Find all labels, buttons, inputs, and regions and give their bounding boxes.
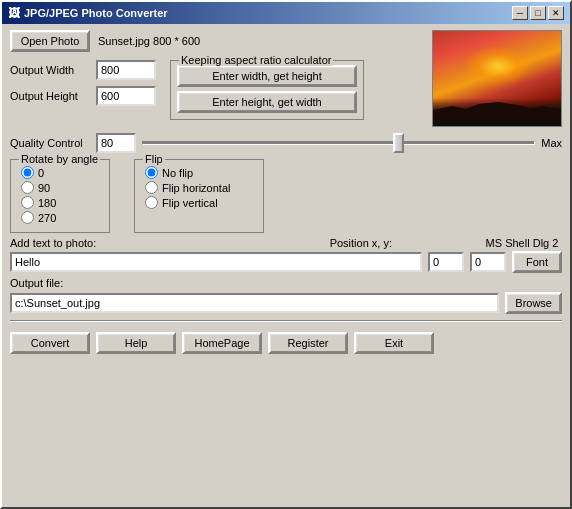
output-file-input[interactable] <box>10 293 499 313</box>
height-label: Output Height <box>10 90 90 102</box>
flip-horizontal-radio[interactable] <box>145 181 158 194</box>
quality-row: Quality Control Max <box>10 133 562 153</box>
convert-button[interactable]: Convert <box>10 332 90 354</box>
rotate-180-label: 180 <box>38 197 56 209</box>
app-title: JPG/JPEG Photo Converter <box>24 7 168 19</box>
close-button[interactable]: ✕ <box>548 6 564 20</box>
rotate-270-radio[interactable] <box>21 211 34 224</box>
aspect-group-title: Keeping aspect ratio calculator <box>179 54 333 66</box>
divider <box>10 320 562 322</box>
flip-group-title: Flip <box>143 153 165 165</box>
output-file-row: Browse <box>10 292 562 314</box>
position-label: Position x, y: <box>330 237 392 249</box>
sunset-image <box>433 31 562 127</box>
flip-horizontal-label: Flip horizontal <box>162 182 230 194</box>
aspect-ratio-group: Keeping aspect ratio calculator Enter wi… <box>170 60 364 120</box>
top-left: Open Photo Sunset.jpg 800 * 600 Output W… <box>10 30 424 120</box>
quality-input[interactable] <box>96 133 136 153</box>
height-row: Output Height <box>10 86 156 106</box>
flip-v-row: Flip vertical <box>145 196 253 209</box>
content-area: Open Photo Sunset.jpg 800 * 600 Output W… <box>2 24 570 507</box>
rotate-270-row: 270 <box>21 211 99 224</box>
titlebar-title: 🖼 JPG/JPEG Photo Converter <box>8 6 168 20</box>
flip-h-row: Flip horizontal <box>145 181 253 194</box>
pos-x-input[interactable] <box>428 252 464 272</box>
photo-preview <box>432 30 562 127</box>
add-text-label: Add text to photo: <box>10 237 96 249</box>
rotate-group: Rotate by angle 0 90 180 270 <box>10 159 110 233</box>
rotate-0-radio[interactable] <box>21 166 34 179</box>
rotate-0-label: 0 <box>38 167 44 179</box>
bottom-buttons-row: Convert Help HomePage Register Exit <box>10 332 562 354</box>
font-button[interactable]: Font <box>512 251 562 273</box>
quality-slider-track <box>142 141 535 145</box>
flip-group: Flip No flip Flip horizontal Flip vertic… <box>134 159 264 233</box>
enter-width-button[interactable]: Enter width, get height <box>177 65 357 87</box>
browse-button[interactable]: Browse <box>505 292 562 314</box>
open-row: Open Photo Sunset.jpg 800 * 600 <box>10 30 424 52</box>
quality-label: Quality Control <box>10 137 90 149</box>
flip-vertical-radio[interactable] <box>145 196 158 209</box>
rotate-90-row: 90 <box>21 181 99 194</box>
minimize-button[interactable]: ─ <box>512 6 528 20</box>
flip-none-label: No flip <box>162 167 193 179</box>
rotate-0-row: 0 <box>21 166 99 179</box>
text-input-row: Font <box>10 251 562 273</box>
titlebar: 🖼 JPG/JPEG Photo Converter ─ □ ✕ <box>2 2 570 24</box>
text-input[interactable] <box>10 252 422 272</box>
wh-fields: Output Width Output Height <box>10 60 156 106</box>
dims-row: Output Width Output Height Keeping aspec… <box>10 60 424 120</box>
output-file-section: Output file: Browse <box>10 277 562 314</box>
quality-slider-container <box>142 133 535 153</box>
aspect-buttons: Enter width, get height Enter height, ge… <box>177 65 357 113</box>
quality-slider-thumb[interactable] <box>393 133 404 153</box>
flip-none-radio[interactable] <box>145 166 158 179</box>
height-input[interactable] <box>96 86 156 106</box>
register-button[interactable]: Register <box>268 332 348 354</box>
flip-none-row: No flip <box>145 166 253 179</box>
rotate-180-row: 180 <box>21 196 99 209</box>
enter-height-button[interactable]: Enter height, get width <box>177 91 357 113</box>
rotate-90-radio[interactable] <box>21 181 34 194</box>
sun-glow <box>463 46 533 86</box>
main-window: 🖼 JPG/JPEG Photo Converter ─ □ ✕ Open Ph… <box>0 0 572 509</box>
quality-max-label: Max <box>541 137 562 149</box>
open-photo-button[interactable]: Open Photo <box>10 30 90 52</box>
font-name-display: MS Shell Dlg 2 <box>482 237 562 249</box>
text-section: Add text to photo: Position x, y: MS She… <box>10 237 562 273</box>
output-file-label-row: Output file: <box>10 277 562 289</box>
top-row: Open Photo Sunset.jpg 800 * 600 Output W… <box>10 30 562 127</box>
rotate-group-title: Rotate by angle <box>19 153 100 165</box>
pos-y-input[interactable] <box>470 252 506 272</box>
filename-label: Sunset.jpg 800 * 600 <box>98 35 200 47</box>
rotate-90-label: 90 <box>38 182 50 194</box>
width-input[interactable] <box>96 60 156 80</box>
help-button[interactable]: Help <box>96 332 176 354</box>
options-row: Rotate by angle 0 90 180 270 <box>10 159 562 233</box>
rotate-180-radio[interactable] <box>21 196 34 209</box>
maximize-button[interactable]: □ <box>530 6 546 20</box>
homepage-button[interactable]: HomePage <box>182 332 262 354</box>
exit-button[interactable]: Exit <box>354 332 434 354</box>
width-label: Output Width <box>10 64 90 76</box>
output-file-label: Output file: <box>10 277 63 289</box>
rotate-270-label: 270 <box>38 212 56 224</box>
flip-vertical-label: Flip vertical <box>162 197 218 209</box>
app-icon: 🖼 <box>8 6 20 20</box>
width-row: Output Width <box>10 60 156 80</box>
titlebar-buttons: ─ □ ✕ <box>512 6 564 20</box>
